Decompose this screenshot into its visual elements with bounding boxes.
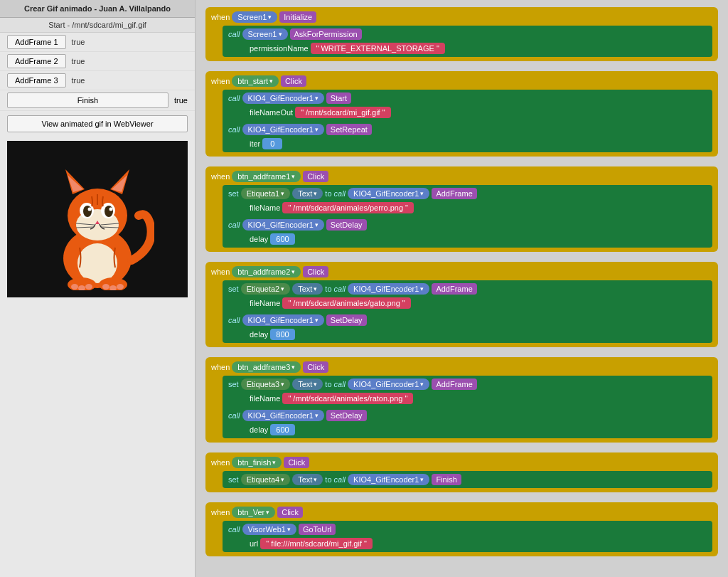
kio4-pill-6[interactable]: KIO4_GifEncoder1 (242, 314, 324, 326)
start-path: Start - /mnt/sdcard/mi_gif.gif (0, 18, 195, 33)
btn-ver-pill[interactable]: btn_Ver (232, 507, 275, 518)
do-block-6: set Etiqueta4 Text to call KIO4_GifEncod… (223, 471, 712, 488)
to-label-4: to (325, 285, 331, 293)
permission-param-row: permissionName " WRITE_EXTERNAL_STORAGE … (250, 43, 707, 54)
kio4-pill-1[interactable]: KIO4_GifEncoder1 (242, 92, 324, 104)
etiqueta2-pill[interactable]: Etiqueta2 (241, 283, 290, 295)
when-label-1: when (211, 13, 230, 21)
finish-value: true (174, 96, 188, 105)
etiqueta1-pill[interactable]: Etiqueta1 (241, 188, 290, 199)
kio4-pill-8[interactable]: KIO4_GifEncoder1 (242, 410, 324, 421)
svg-point-24 (102, 284, 109, 290)
delay-label-2: delay (250, 330, 268, 339)
kio4-pill-7[interactable]: KIO4_GifEncoder1 (348, 379, 429, 390)
btn-start-pill[interactable]: btn_start (232, 75, 279, 87)
call-setdelay3-row: call KIO4_GifEncoder1 SetDelay (228, 410, 707, 421)
kio4-pill-9[interactable]: KIO4_GifEncoder1 (348, 474, 429, 485)
filename-perro-row: fileName " /mnt/sdcard/animales/perro.pn… (250, 202, 707, 213)
url-label: url (250, 539, 258, 548)
setdelay-label-3: SetDelay (326, 410, 367, 421)
btn-addframe3-pill[interactable]: btn_addframe3 (232, 361, 301, 373)
setdelay-label-2: SetDelay (326, 314, 367, 326)
delay3-row: delay 600 (250, 424, 707, 435)
click-label-3: Click (303, 171, 328, 182)
delay-val-1: 600 (270, 233, 294, 245)
call-label-10: call (334, 475, 346, 484)
when-label-2: when (211, 77, 230, 85)
when-row-1: when Screen1 Initialize (211, 11, 712, 23)
visorweb1-pill[interactable]: VisorWeb1 (242, 524, 296, 535)
addframe1-button[interactable]: AddFrame 1 (7, 35, 66, 49)
do-block-7: call VisorWeb1 GoToUrl url " file:///mnt… (223, 521, 712, 552)
filename-raton-row: fileName " /mnt/sdcard/animales/raton.pn… (250, 393, 707, 404)
addframe1-row: AddFrame 1 true (0, 33, 195, 52)
call-label-1: call (228, 30, 240, 38)
svg-point-1 (77, 243, 117, 283)
delay-val-2: 800 (270, 329, 294, 340)
filenameout-label: fileNameOut (250, 108, 293, 117)
iter-label: iter (250, 139, 260, 148)
do-block-1: call Screen1 AskForPermission permission… (223, 26, 712, 57)
set-etiqueta3-row: set Etiqueta3 Text to call KIO4_GifEncod… (228, 379, 707, 390)
right-panel: when Screen1 Initialize call Screen1 Ask… (196, 0, 728, 577)
cat-image-container (7, 141, 188, 297)
screen1-pill-2[interactable]: Screen1 (242, 28, 288, 40)
delay-val-3: 600 (270, 424, 294, 435)
webviewer-button[interactable]: View animated gif in WebViewer (7, 115, 188, 132)
when-row-5: when btn_addframe3 Click (211, 361, 712, 373)
finish-method-label: Finish (432, 474, 461, 485)
url-val: " file:///mnt/sdcard/mi_gif.gif " (260, 538, 373, 549)
do-block-3: set Etiqueta1 Text to call KIO4_GifEncod… (223, 185, 712, 248)
text-pill-3[interactable]: Text (292, 188, 323, 199)
delay-label-1: delay (250, 235, 268, 243)
left-panel: Crear Gif animado - Juan A. Villalpando … (0, 0, 196, 577)
block-screen-initialize: when Screen1 Initialize call Screen1 Ask… (205, 7, 718, 61)
click-label-2: Click (281, 75, 306, 87)
kio4-pill-2[interactable]: KIO4_GifEncoder1 (242, 124, 324, 135)
finish-button[interactable]: Finish (7, 92, 168, 108)
call-gotourl-row: call VisorWeb1 GoToUrl (228, 524, 707, 535)
do-block-4: set Etiqueta2 Text to call KIO4_GifEncod… (223, 280, 712, 343)
etiqueta3-pill[interactable]: Etiqueta3 (241, 379, 290, 390)
delay2-row: delay 800 (250, 329, 707, 340)
filenameout-row: fileNameOut " /mnt/sdcard/mi_gif.gif " (250, 107, 707, 118)
gotourl-label: GoToUrl (299, 524, 336, 535)
block-btn-finish: when btn_finish Click set Etiqueta4 Text… (205, 452, 718, 492)
call-start-row: call KIO4_GifEncoder1 Start (228, 92, 707, 104)
addframe2-button[interactable]: AddFrame 2 (7, 54, 66, 68)
screen1-pill-1[interactable]: Screen1 (232, 11, 277, 23)
kio4-pill-4[interactable]: KIO4_GifEncoder1 (242, 219, 324, 231)
text-pill-6[interactable]: Text (292, 474, 323, 485)
call-setdelay2-row: call KIO4_GifEncoder1 SetDelay (228, 314, 707, 326)
btn-addframe1-pill[interactable]: btn_addframe1 (232, 171, 301, 182)
addframe2-row: AddFrame 2 true (0, 52, 195, 71)
text-pill-5[interactable]: Text (292, 379, 323, 390)
setrepeat-label: SetRepeat (326, 124, 372, 135)
svg-point-11 (105, 206, 113, 217)
initialize-label: Initialize (279, 11, 316, 23)
svg-point-26 (117, 284, 124, 290)
url-row: url " file:///mnt/sdcard/mi_gif.gif " (250, 538, 707, 549)
text-pill-4[interactable]: Text (292, 283, 323, 295)
svg-point-23 (85, 284, 92, 290)
perro-val: " /mnt/sdcard/animales/perro.png " (282, 202, 414, 213)
when-row-2: when btn_start Click (211, 75, 712, 87)
svg-point-21 (71, 284, 78, 290)
call-label-6: call (334, 285, 346, 293)
call-setrepeat-row: call KIO4_GifEncoder1 SetRepeat (228, 124, 707, 135)
set-etiqueta2-row: set Etiqueta2 Text to call KIO4_GifEncod… (228, 283, 707, 295)
svg-point-10 (83, 206, 92, 217)
btn-addframe2-pill[interactable]: btn_addframe2 (232, 266, 301, 277)
finish-row: Finish true (0, 90, 195, 111)
kio4-pill-5[interactable]: KIO4_GifEncoder1 (348, 283, 429, 295)
block-btn-addframe2: when btn_addframe2 Click set Etiqueta2 T… (205, 262, 718, 347)
svg-point-12 (88, 208, 92, 211)
set-label-3: set (228, 189, 239, 198)
btn-finish-pill[interactable]: btn_finish (232, 457, 282, 468)
click-label-7: Click (277, 507, 303, 518)
addframe3-button[interactable]: AddFrame 3 (7, 73, 66, 88)
kio4-pill-3[interactable]: KIO4_GifEncoder1 (348, 188, 429, 199)
when-row-3: when btn_addframe1 Click (211, 171, 712, 182)
call-label-2: call (228, 94, 240, 102)
etiqueta4-pill[interactable]: Etiqueta4 (241, 474, 290, 485)
